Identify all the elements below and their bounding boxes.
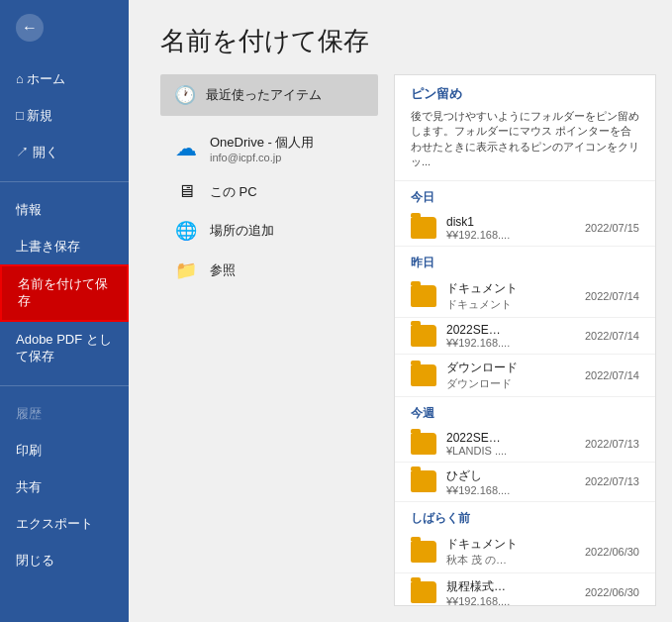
- sidebar-item-info[interactable]: 情報: [0, 192, 129, 229]
- file-item[interactable]: ドキュメント 秋本 茂 の… 2022/06/30: [395, 531, 655, 573]
- file-item[interactable]: ひざし ¥¥192.168.... 2022/07/13: [395, 463, 655, 502]
- sidebar-nav-main: 情報 上書き保存 名前を付けて保存 Adobe PDF として保存: [0, 186, 129, 381]
- section-label-today: 今日: [395, 181, 655, 210]
- section-label-yesterday: 昨日: [395, 247, 655, 275]
- main-body: 🕐 最近使ったアイテム ☁ OneDrive - 個人用 info@icpf.c…: [129, 74, 672, 622]
- file-item[interactable]: disk1 ¥¥192.168.... 2022/07/15: [395, 210, 655, 247]
- folder-icon: [411, 470, 436, 492]
- location-onedrive[interactable]: ☁ OneDrive - 個人用 info@icpf.co.jp: [160, 126, 378, 171]
- home-icon: ⌂: [16, 71, 27, 86]
- file-item[interactable]: ドキュメント ドキュメント 2022/07/14: [395, 275, 655, 318]
- sidebar-item-close[interactable]: 閉じる: [0, 543, 129, 579]
- sidebar-item-share[interactable]: 共有: [0, 469, 129, 506]
- section-yesterday: 昨日 ドキュメント ドキュメント 2022/07/14 2022SE… ¥¥19…: [395, 247, 655, 397]
- recent-files-panel: ピン留め 後で見つけやすいようにフォルダーをピン留めします。フォルダーにマウス …: [394, 74, 656, 606]
- recent-items-button[interactable]: 🕐 最近使ったアイテム: [160, 74, 378, 116]
- location-add[interactable]: 🌐 場所の追加: [160, 212, 378, 250]
- main-content: 名前を付けて保存 🕐 最近使ったアイテム ☁ OneDrive - 個人用 in…: [129, 0, 672, 622]
- sidebar-item-print[interactable]: 印刷: [0, 433, 129, 469]
- folder-icon: [411, 217, 436, 239]
- onedrive-icon: ☁: [174, 136, 198, 161]
- globe-icon: 🌐: [174, 220, 198, 242]
- open-icon: ↗: [16, 145, 33, 159]
- page-title: 名前を付けて保存: [160, 24, 640, 58]
- section-label-thisweek: 今週: [395, 397, 655, 426]
- section-thisweek: 今週 2022SE… ¥LANDIS .... 2022/07/13 ひざし ¥…: [395, 397, 655, 502]
- folder-icon: [411, 285, 436, 307]
- file-item[interactable]: ダウンロード ダウンロード 2022/07/14: [395, 355, 655, 397]
- section-today: 今日 disk1 ¥¥192.168.... 2022/07/15: [395, 181, 655, 247]
- sidebar-nav-bottom: 履歴 印刷 共有 エクスポート 閉じる: [0, 390, 129, 584]
- folder-icon: [411, 325, 436, 347]
- sidebar-item-export[interactable]: エクスポート: [0, 506, 129, 543]
- folder-icon: 📁: [174, 259, 198, 281]
- sidebar-item-saveas[interactable]: 名前を付けて保存: [0, 264, 129, 322]
- divider-1: [0, 181, 129, 182]
- pin-header: ピン留め: [395, 75, 655, 107]
- pin-description: 後で見つけやすいようにフォルダーをピン留めします。フォルダーにマウス ポインター…: [395, 107, 655, 181]
- folder-icon: [411, 364, 436, 386]
- computer-icon: 🖥: [174, 181, 198, 202]
- sidebar-item-overwrite[interactable]: 上書き保存: [0, 229, 129, 265]
- sidebar-item-home[interactable]: ⌂ ホーム: [0, 61, 129, 98]
- file-item[interactable]: 2022SE… ¥LANDIS .... 2022/07/13: [395, 426, 655, 463]
- sidebar: ← ⌂ ホーム □ 新規 ↗ 開く 情報 上書き保存 名前を付けて保存 Adob…: [0, 0, 129, 622]
- section-label-earlier: しばらく前: [395, 502, 655, 531]
- clock-icon: 🕐: [174, 84, 196, 106]
- sidebar-nav-top: ⌂ ホーム □ 新規 ↗ 開く: [0, 55, 129, 177]
- back-button[interactable]: ←: [0, 0, 129, 55]
- locations-panel: 🕐 最近使ったアイテム ☁ OneDrive - 個人用 info@icpf.c…: [160, 74, 378, 606]
- file-item[interactable]: 2022SE… ¥¥192.168.... 2022/07/14: [395, 318, 655, 355]
- divider-2: [0, 385, 129, 386]
- folder-icon: [411, 433, 436, 455]
- folder-icon: [411, 541, 436, 563]
- new-icon: □: [16, 108, 27, 123]
- sidebar-item-open[interactable]: ↗ 開く: [0, 135, 129, 171]
- sidebar-item-savepdf[interactable]: Adobe PDF として保存: [0, 322, 129, 375]
- location-thispc[interactable]: 🖥 この PC: [160, 173, 378, 210]
- section-earlier: しばらく前 ドキュメント 秋本 茂 の… 2022/06/30 規程様式… ¥¥…: [395, 502, 655, 606]
- file-item[interactable]: 規程様式… ¥¥192.168.... 2022/06/30: [395, 573, 655, 606]
- folder-icon: [411, 581, 436, 603]
- back-icon: ←: [16, 14, 44, 42]
- sidebar-item-history: 履歴: [0, 396, 129, 433]
- sidebar-item-new[interactable]: □ 新規: [0, 98, 129, 135]
- page-header: 名前を付けて保存: [129, 0, 672, 74]
- location-browse[interactable]: 📁 参照: [160, 252, 378, 289]
